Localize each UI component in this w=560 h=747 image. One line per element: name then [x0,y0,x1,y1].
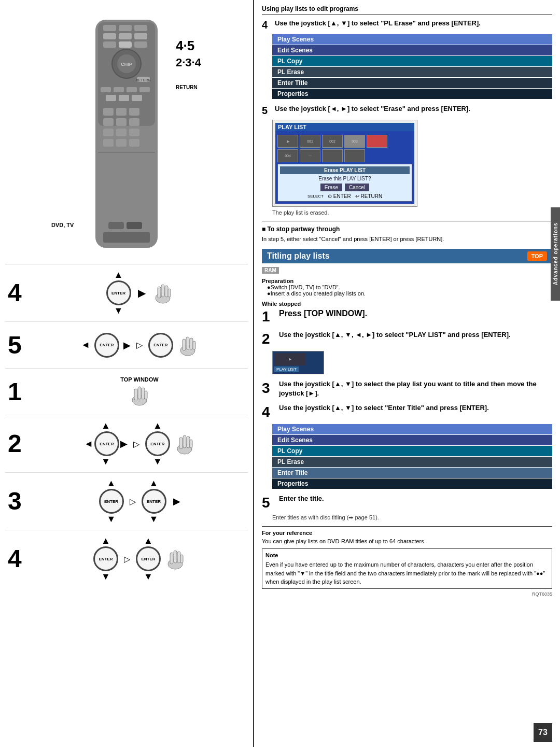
menu-item-pl-erase: PL Erase [272,67,552,77]
hand-icon-5 [165,546,186,571]
step-5-diagram: ◄ ENTER ▶ ▷ ENTER [34,333,245,358]
svg-rect-31 [129,129,139,136]
play-list-img: ▶ [274,353,305,365]
svg-rect-52 [168,289,171,297]
page-number: 73 [534,723,552,742]
ram-badge: RAM [262,267,279,274]
svg-rect-27 [116,118,127,126]
step-5-sub: Enter titles as with disc titling (➡ pag… [272,514,552,521]
for-reference-title: For your reference [262,530,552,536]
note-text: Even if you have entered up to the maxim… [265,560,549,586]
svg-rect-67 [190,440,192,448]
divider-1 [262,526,552,527]
thumb-003: 003 [344,135,365,148]
jd-4: ▲ ENTER ▼ [99,478,124,525]
svg-rect-7 [134,33,147,39]
menu-list-1: Play Scenes Edit Scenes PL Copy PL Erase… [272,34,552,99]
titling-step-1-num: 1 [262,308,276,326]
svg-rect-61 [142,388,145,399]
stop-partway-title: ■ To stop partway through [262,225,552,233]
while-stopped-label: While stopped [262,301,552,307]
svg-rect-39 [101,162,114,167]
thumb-dots: ··· [300,149,320,162]
step-3-number: 3 [8,489,34,514]
titling-step-5-num: 5 [262,494,276,512]
step-4-number: 4 [8,280,34,305]
titling-step-2-block: 2 Use the joystick [▲, ▼, ◄, ►] to selec… [262,330,552,374]
titling-header: Titling play lists TOP [262,249,552,263]
joystick-enter-3: ENTER [148,333,173,358]
titling-step-2-num: 2 [262,330,276,348]
menu-item2-play-scenes: Play Scenes [272,424,552,434]
joystick-enter-1: ENTER [106,280,131,305]
hand-icon-2 [177,333,198,358]
svg-rect-35 [98,152,155,152]
svg-rect-28 [129,118,139,126]
svg-rect-40 [116,162,129,167]
jd-enter-1: ▲ ENTER ▼ [106,270,131,316]
svg-rect-20 [106,95,116,101]
step-4-diagram: ▲ ENTER ▼ ▶ [34,270,245,316]
svg-rect-34 [129,139,139,147]
thumb-selected [367,135,387,148]
svg-rect-44 [132,170,145,175]
thumb-001: 001 [300,135,320,148]
menu-item2-edit-scenes: Edit Scenes [272,435,552,445]
svg-rect-5 [103,33,116,39]
svg-rect-26 [103,118,114,126]
rqt-code: RQT6035 [262,591,552,597]
caption-erased: The play list is erased. [272,209,552,216]
cancel-button[interactable]: Cancel [345,184,369,191]
step-5-text: Use the joystick [◄, ►] to select "Erase… [275,104,552,117]
svg-rect-51 [165,286,168,297]
svg-rect-57 [193,341,195,349]
svg-rect-46 [127,222,142,229]
return-icon: ↩ RETURN [355,193,382,199]
svg-rect-21 [119,95,129,101]
label-dvdtv: DVD, TV [51,222,74,228]
titling-step-3-num: 3 [262,379,276,398]
menu-item2-pl-erase: PL Erase [272,457,552,467]
svg-rect-23 [103,108,114,116]
enter-icon: ⊙ ENTER [328,193,351,199]
svg-rect-10 [134,41,147,48]
hand-icon-1 [152,280,173,305]
play-list-screenshot: ▶ PLAY LIST [272,351,324,374]
step-2-number: 2 [8,431,34,456]
erase-button[interactable]: Erase [320,184,342,191]
menu-item2-pl-copy: PL Copy [272,446,552,456]
label-234: 2·3·4 [176,56,201,69]
jd-7: ▲ ENTER ▼ [136,535,161,582]
jd-2: ▲ ◄ ENTER ▶ ▼ [84,420,128,467]
joystick-enter-6: ENTER [99,489,124,514]
svg-rect-6 [119,33,132,39]
svg-rect-70 [174,551,177,563]
svg-rect-36 [101,154,114,160]
svg-text:CHIP: CHIP [121,62,132,67]
thumb-empty1 [322,149,343,162]
titling-step-5-inline: 5 Enter the title. [262,494,552,512]
jd-5: ▲ ENTER ▼ [142,478,166,525]
prep-bullet-1: ●Switch [DVD, TV] to "DVD". [267,284,552,290]
svg-text:RETURN: RETURN [135,78,150,82]
joystick-enter-5: ENTER [145,431,170,456]
step-1-left: 1 TOP WINDOW [5,369,248,415]
svg-rect-60 [138,387,141,399]
titling-step-4-inline: 4 Use the joystick [▲, ▼] to select "Ent… [262,403,552,421]
play-list-label: PLAY LIST [274,367,299,372]
svg-rect-3 [119,25,132,31]
remote-area: CHIP RETURN [5,5,248,264]
step-5-num: 5 [262,104,272,117]
playlist-thumbnails-2: 004 ··· [277,149,412,162]
for-reference-text: You can give play lists on DVD-RAM title… [262,537,552,546]
top-badge: TOP [527,251,547,261]
step-3-left: 3 ▲ ENTER ▼ ▷ ▲ ENTER ▼ ▶ [5,473,248,530]
menu-item2-enter-title: Enter Title [272,468,552,478]
titling-step-4-num: 4 [262,403,276,421]
step-4b-left: 4 ▲ ENTER ▼ ▷ ▲ ENTER ▼ [5,530,248,587]
svg-rect-16 [101,87,111,92]
step-4b-number: 4 [8,546,34,571]
page-container: CHIP RETURN [0,0,560,747]
svg-rect-55 [186,337,189,349]
svg-rect-32 [103,139,114,147]
